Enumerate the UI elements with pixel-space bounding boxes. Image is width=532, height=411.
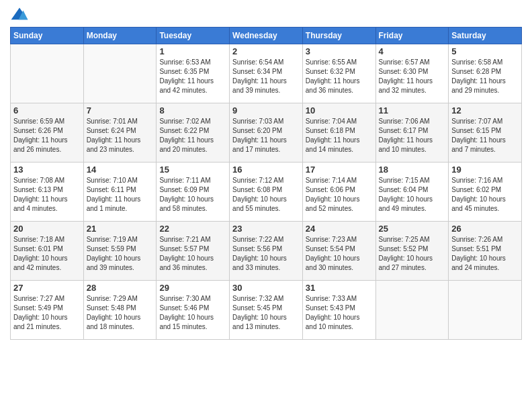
- week-row-1: 1Sunrise: 6:53 AM Sunset: 6:35 PM Daylig…: [11, 44, 522, 103]
- cell-week2-day6: 12Sunrise: 7:07 AM Sunset: 6:15 PM Dayli…: [449, 103, 522, 163]
- header-saturday: Saturday: [449, 28, 522, 44]
- day-info: Sunrise: 7:16 AM Sunset: 6:02 PM Dayligh…: [451, 176, 519, 214]
- day-number: 6: [13, 105, 81, 116]
- day-info: Sunrise: 7:08 AM Sunset: 6:13 PM Dayligh…: [13, 176, 81, 214]
- cell-week4-day0: 20Sunrise: 7:18 AM Sunset: 6:01 PM Dayli…: [11, 222, 84, 281]
- day-number: 27: [13, 283, 81, 293]
- cell-week1-day2: 1Sunrise: 6:53 AM Sunset: 6:35 PM Daylig…: [157, 44, 230, 103]
- day-number: 28: [87, 283, 154, 293]
- logo: [10, 7, 32, 21]
- day-info: Sunrise: 6:57 AM Sunset: 6:30 PM Dayligh…: [379, 58, 446, 95]
- day-info: Sunrise: 6:58 AM Sunset: 6:28 PM Dayligh…: [451, 58, 519, 95]
- cell-week5-day5: [375, 281, 449, 340]
- cell-week2-day3: 9Sunrise: 7:03 AM Sunset: 6:20 PM Daylig…: [230, 103, 303, 163]
- day-info: Sunrise: 7:14 AM Sunset: 6:06 PM Dayligh…: [306, 176, 373, 214]
- day-number: 9: [232, 105, 300, 116]
- day-info: Sunrise: 6:55 AM Sunset: 6:32 PM Dayligh…: [306, 58, 373, 95]
- header-friday: Friday: [375, 28, 449, 44]
- cell-week2-day1: 7Sunrise: 7:01 AM Sunset: 6:24 PM Daylig…: [83, 103, 157, 163]
- day-info: Sunrise: 7:07 AM Sunset: 6:15 PM Dayligh…: [451, 117, 519, 154]
- cell-week2-day5: 11Sunrise: 7:06 AM Sunset: 6:17 PM Dayli…: [375, 103, 449, 163]
- header-tuesday: Tuesday: [157, 28, 230, 44]
- cell-week4-day6: 26Sunrise: 7:26 AM Sunset: 5:51 PM Dayli…: [449, 222, 522, 281]
- day-info: Sunrise: 7:01 AM Sunset: 6:24 PM Dayligh…: [87, 117, 154, 154]
- cell-week1-day3: 2Sunrise: 6:54 AM Sunset: 6:34 PM Daylig…: [230, 44, 303, 103]
- cell-week3-day4: 17Sunrise: 7:14 AM Sunset: 6:06 PM Dayli…: [302, 163, 375, 222]
- cell-week1-day4: 3Sunrise: 6:55 AM Sunset: 6:32 PM Daylig…: [302, 44, 375, 103]
- day-info: Sunrise: 7:33 AM Sunset: 5:43 PM Dayligh…: [306, 294, 373, 332]
- cell-week5-day4: 31Sunrise: 7:33 AM Sunset: 5:43 PM Dayli…: [302, 281, 375, 340]
- day-number: 25: [379, 224, 446, 234]
- day-number: 19: [451, 165, 519, 175]
- day-info: Sunrise: 7:19 AM Sunset: 5:59 PM Dayligh…: [87, 235, 154, 273]
- day-number: 30: [232, 283, 300, 293]
- cell-week1-day5: 4Sunrise: 6:57 AM Sunset: 6:30 PM Daylig…: [375, 44, 449, 103]
- day-number: 2: [232, 46, 300, 56]
- header-wednesday: Wednesday: [230, 28, 303, 44]
- cell-week3-day2: 15Sunrise: 7:11 AM Sunset: 6:09 PM Dayli…: [157, 163, 230, 222]
- week-row-2: 6Sunrise: 6:59 AM Sunset: 6:26 PM Daylig…: [11, 103, 522, 163]
- cell-week2-day4: 10Sunrise: 7:04 AM Sunset: 6:18 PM Dayli…: [302, 103, 375, 163]
- cell-week4-day4: 24Sunrise: 7:23 AM Sunset: 5:54 PM Dayli…: [302, 222, 375, 281]
- day-number: 20: [13, 224, 81, 234]
- header-monday: Monday: [83, 28, 157, 44]
- day-number: 3: [306, 46, 373, 56]
- day-number: 13: [13, 165, 81, 175]
- cell-week5-day3: 30Sunrise: 7:32 AM Sunset: 5:45 PM Dayli…: [230, 281, 303, 340]
- day-number: 12: [451, 105, 519, 116]
- header-row: SundayMondayTuesdayWednesdayThursdayFrid…: [11, 28, 522, 44]
- day-number: 26: [451, 224, 519, 234]
- day-info: Sunrise: 7:29 AM Sunset: 5:48 PM Dayligh…: [87, 294, 154, 332]
- day-info: Sunrise: 7:18 AM Sunset: 6:01 PM Dayligh…: [13, 235, 81, 273]
- day-info: Sunrise: 6:54 AM Sunset: 6:34 PM Dayligh…: [232, 58, 300, 95]
- day-number: 7: [87, 105, 154, 116]
- day-info: Sunrise: 7:02 AM Sunset: 6:22 PM Dayligh…: [159, 117, 226, 154]
- week-row-4: 20Sunrise: 7:18 AM Sunset: 6:01 PM Dayli…: [11, 222, 522, 281]
- day-info: Sunrise: 7:03 AM Sunset: 6:20 PM Dayligh…: [232, 117, 300, 154]
- cell-week4-day5: 25Sunrise: 7:25 AM Sunset: 5:52 PM Dayli…: [375, 222, 449, 281]
- cell-week4-day1: 21Sunrise: 7:19 AM Sunset: 5:59 PM Dayli…: [83, 222, 157, 281]
- calendar-table: SundayMondayTuesdayWednesdayThursdayFrid…: [10, 27, 522, 340]
- day-info: Sunrise: 6:53 AM Sunset: 6:35 PM Dayligh…: [159, 58, 226, 95]
- cell-week1-day1: [83, 44, 157, 103]
- cell-week3-day3: 16Sunrise: 7:12 AM Sunset: 6:08 PM Dayli…: [230, 163, 303, 222]
- cell-week3-day1: 14Sunrise: 7:10 AM Sunset: 6:11 PM Dayli…: [83, 163, 157, 222]
- day-number: 4: [379, 46, 446, 56]
- day-number: 17: [306, 165, 373, 175]
- day-info: Sunrise: 7:15 AM Sunset: 6:04 PM Dayligh…: [379, 176, 446, 214]
- cell-week5-day2: 29Sunrise: 7:30 AM Sunset: 5:46 PM Dayli…: [157, 281, 230, 340]
- day-number: 18: [379, 165, 446, 175]
- logo-icon: [10, 7, 29, 21]
- day-info: Sunrise: 7:21 AM Sunset: 5:57 PM Dayligh…: [159, 235, 226, 273]
- day-number: 31: [306, 283, 373, 293]
- day-number: 1: [159, 46, 226, 56]
- day-info: Sunrise: 7:27 AM Sunset: 5:49 PM Dayligh…: [13, 294, 81, 332]
- cell-week3-day6: 19Sunrise: 7:16 AM Sunset: 6:02 PM Dayli…: [449, 163, 522, 222]
- week-row-5: 27Sunrise: 7:27 AM Sunset: 5:49 PM Dayli…: [11, 281, 522, 340]
- day-number: 22: [159, 224, 226, 234]
- day-number: 10: [306, 105, 373, 116]
- day-number: 15: [159, 165, 226, 175]
- day-number: 14: [87, 165, 154, 175]
- cell-week3-day5: 18Sunrise: 7:15 AM Sunset: 6:04 PM Dayli…: [375, 163, 449, 222]
- week-row-3: 13Sunrise: 7:08 AM Sunset: 6:13 PM Dayli…: [11, 163, 522, 222]
- day-number: 21: [87, 224, 154, 234]
- cell-week5-day6: [449, 281, 522, 340]
- day-number: 24: [306, 224, 373, 234]
- cell-week5-day0: 27Sunrise: 7:27 AM Sunset: 5:49 PM Dayli…: [11, 281, 84, 340]
- cell-week5-day1: 28Sunrise: 7:29 AM Sunset: 5:48 PM Dayli…: [83, 281, 157, 340]
- day-number: 23: [232, 224, 300, 234]
- day-number: 11: [379, 105, 446, 116]
- day-number: 8: [159, 105, 226, 116]
- day-info: Sunrise: 7:23 AM Sunset: 5:54 PM Dayligh…: [306, 235, 373, 273]
- day-info: Sunrise: 7:25 AM Sunset: 5:52 PM Dayligh…: [379, 235, 446, 273]
- cell-week1-day0: [11, 44, 84, 103]
- day-info: Sunrise: 7:22 AM Sunset: 5:56 PM Dayligh…: [232, 235, 300, 273]
- day-info: Sunrise: 7:26 AM Sunset: 5:51 PM Dayligh…: [451, 235, 519, 273]
- cell-week1-day6: 5Sunrise: 6:58 AM Sunset: 6:28 PM Daylig…: [449, 44, 522, 103]
- cell-week4-day2: 22Sunrise: 7:21 AM Sunset: 5:57 PM Dayli…: [157, 222, 230, 281]
- day-info: Sunrise: 7:30 AM Sunset: 5:46 PM Dayligh…: [159, 294, 226, 332]
- day-info: Sunrise: 7:10 AM Sunset: 6:11 PM Dayligh…: [87, 176, 154, 214]
- cell-week2-day0: 6Sunrise: 6:59 AM Sunset: 6:26 PM Daylig…: [11, 103, 84, 163]
- day-info: Sunrise: 7:04 AM Sunset: 6:18 PM Dayligh…: [306, 117, 373, 154]
